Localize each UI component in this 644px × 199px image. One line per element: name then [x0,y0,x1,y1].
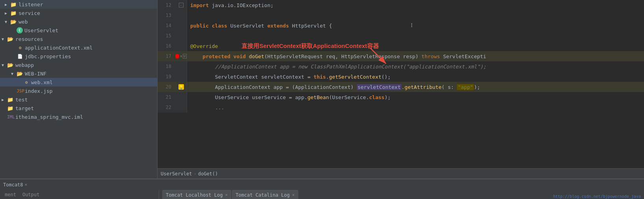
folder-open-icon [10,18,17,25]
server-label: Tomcat8 × [0,179,30,190]
line-content: ... [187,102,644,112]
url-link[interactable]: http://blog.csdn.net/bjpowernode_java [553,194,641,199]
breadcrumb-method: doGet() [198,171,218,177]
jsp-icon: JSP [17,88,24,94]
var-app: app [273,84,282,90]
cast-type: ApplicationContext [295,84,351,90]
line-content: @Override 直接用ServletContext获取Application… [187,41,644,51]
fold-icon[interactable]: ▽ [183,54,187,59]
xml-file-icon: ⚙ [23,80,30,85]
tree-label: applicationContext.xml [25,45,93,51]
folder-icon [7,105,14,111]
kw-extends: extends [267,23,289,29]
tree-item-resources[interactable]: resources [0,35,157,43]
userservice-class: UserService. [332,94,369,100]
kw-public: public [190,23,209,29]
kw-class: class [369,94,384,100]
folder-icon [7,96,14,103]
tree-item-webapp[interactable]: webapp [0,61,157,69]
method-call: getServletContext [329,74,381,80]
kw-this: this [314,74,326,80]
folder-open-icon [17,70,24,77]
var-name: servletContext [261,74,304,80]
line-content: import java.io.IOException; [187,0,644,10]
tree-label: itheima_spring_mvc.iml [15,114,83,120]
string-app: "app" [457,84,474,90]
line-gutter [175,102,187,112]
xml-icon: ⚙ [17,45,24,50]
line-gutter: - [175,0,187,10]
code-line-13: 13 [158,10,644,20]
line-content: ApplicationContext app = (ApplicationCon… [187,82,644,92]
getbean-method: getBean [307,94,329,100]
tree-item-webinf[interactable]: WEB-INF [0,69,157,78]
line-gutter [175,10,187,20]
tree-item-iml[interactable]: IML itheima_spring_mvc.iml [0,112,157,121]
code-line-16: 16 @Override 直接用ServletContext获取Applicat… [158,41,644,51]
server-close-icon[interactable]: × [25,182,28,187]
tree-label: jdbc.properties [25,53,71,59]
tree-item-service[interactable]: service [0,9,157,17]
line-number: 13 [158,10,175,20]
arrow-icon [2,37,7,41]
tab-tomcat-catalina[interactable]: Tomcat Catalina Log × [232,190,298,199]
tree-item-indexjsp[interactable]: JSP index.jsp [0,87,157,95]
tab-close-icon[interactable]: × [292,192,295,197]
tree-item-userservlet[interactable]: C UserServlet [0,26,157,35]
warning-icon: 💡 [178,84,184,90]
tree-item-applicationcontext[interactable]: ⚙ applicationContext.xml [0,43,157,52]
kw-protected: protected [202,53,230,59]
line-number: 18 [158,61,175,72]
line-number: 12 [158,0,175,10]
tree-label: test [15,97,28,103]
kw-throws: throws [421,53,440,59]
kw-void: void [234,53,246,59]
bottom-left-label: ment Output [2,190,159,199]
arrow-icon [2,98,7,102]
tree-item-jdbc[interactable]: 📄 jdbc.properties [0,52,157,61]
line-gutter [175,31,187,41]
tab-close-icon[interactable]: × [225,192,228,197]
tree-label: webapp [15,62,34,68]
servlet-context-ref: servletContext [357,84,402,90]
server-row: Tomcat8 × [0,179,644,190]
line-number: 17 [158,51,175,61]
tab-label: Tomcat Catalina Log [236,192,290,198]
tree-label: listener [19,2,43,7]
kw-class: class [212,23,227,29]
override-annotation: @Override [190,43,218,49]
arrow-icon [5,2,10,7]
code-line-19: 19 ServletContext servletContext = this.… [158,72,644,82]
tree-label: web.xml [31,79,53,85]
bottom-panel: Tomcat8 × ment Output Tomcat Localhost L… [0,179,644,199]
tree-item-web[interactable]: web [0,17,157,26]
java-class-icon: C [17,27,23,33]
folder-open-icon [7,62,14,68]
code-text: java.io.IOException; [212,2,274,8]
param1-name: req, [326,53,338,59]
userservice-type: UserService [215,94,249,100]
fold-icon[interactable]: - [179,3,184,7]
arrow-icon [5,11,10,15]
exception-type: ServletExcepti [443,53,486,59]
line-gutter: 💡 [175,82,187,92]
bottom-tabs-bar: ment Output Tomcat Localhost Log × Tomca… [0,190,644,199]
continue-dots: ... [215,105,224,111]
code-area[interactable]: 12 - import java.io.IOException; 13 [158,0,644,168]
tree-item-listener[interactable]: listener [0,0,157,9]
class-name-text: UserServlet [230,23,264,29]
tree-item-target[interactable]: target [0,104,157,112]
cursor-indicator: I [411,22,413,29]
tree-item-test[interactable]: test [0,95,157,104]
props-icon: 📄 [17,54,24,59]
arrow-icon [5,20,10,24]
keyword-import: import [190,2,209,8]
iml-icon: IML [7,114,14,120]
tab-tomcat-localhost[interactable]: Tomcat Localhost Log × [162,190,231,199]
tree-item-webxml[interactable]: ⚙ web.xml [0,78,157,87]
tree-label: resources [15,36,43,42]
output-label: Output [22,192,39,197]
server-name: Tomcat8 [3,182,23,188]
line-gutter [175,41,187,51]
folder-open-icon [7,36,14,42]
